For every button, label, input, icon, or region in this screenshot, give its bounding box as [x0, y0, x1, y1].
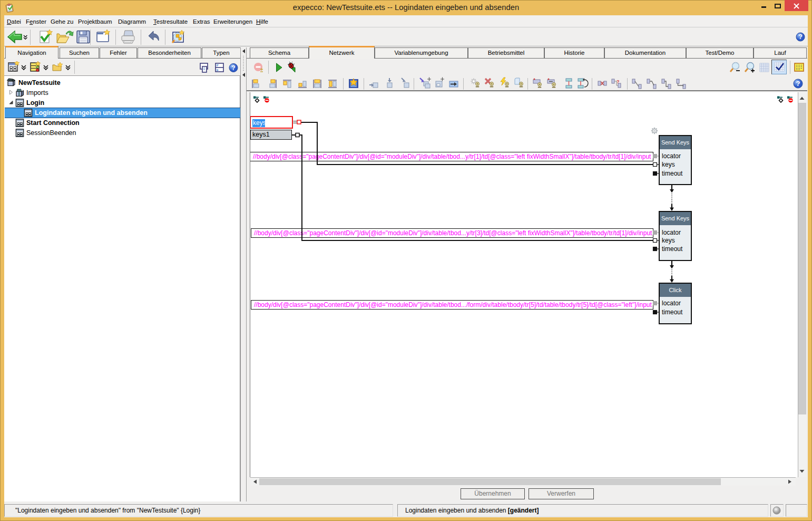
svg-text:?: ? — [796, 80, 800, 88]
svg-text:?: ? — [617, 79, 620, 84]
svg-text:?: ? — [231, 64, 235, 72]
svg-text:?: ? — [798, 33, 803, 41]
